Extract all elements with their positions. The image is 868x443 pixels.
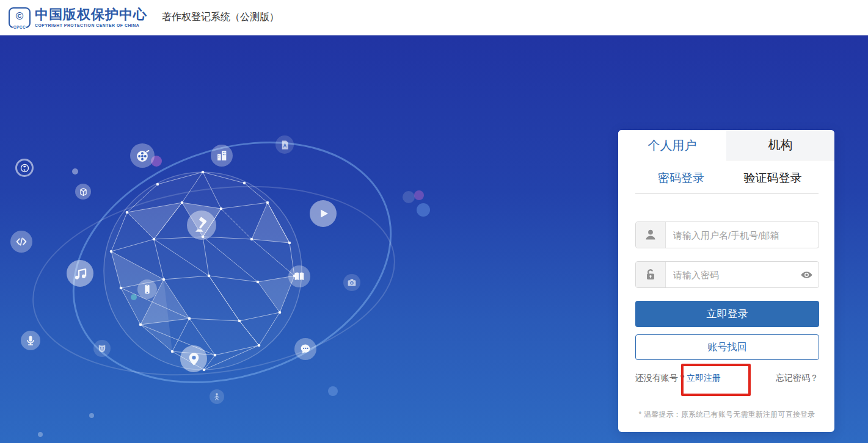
microphone-icon	[21, 331, 40, 350]
mode-password-login[interactable]: 密码登录	[635, 170, 727, 186]
password-input[interactable]	[666, 262, 794, 287]
no-account-text: 还没有账号？	[635, 373, 687, 384]
music-icon	[67, 260, 93, 287]
tab-individual-user[interactable]: 个人用户	[618, 130, 726, 160]
copyright-registration-login-page: © CPCC 中国版权保护中心 COPYRIGHT PROTECTION CEN…	[0, 0, 868, 443]
cube-icon	[75, 184, 91, 200]
system-title: 著作权登记系统（公测版）	[162, 11, 279, 24]
camera-icon	[343, 274, 360, 291]
username-field	[635, 222, 819, 248]
brand-text: 中国版权保护中心 COPYRIGHT PROTECTION CENTER OF …	[35, 7, 147, 27]
user-icon	[636, 222, 666, 248]
mode-captcha-login[interactable]: 验证码登录	[727, 170, 819, 186]
chat-icon	[294, 338, 316, 360]
person-icon	[210, 389, 224, 404]
document-icon	[275, 135, 294, 154]
app-header: © CPCC 中国版权保护中心 COPYRIGHT PROTECTION CEN…	[0, 0, 868, 35]
hint-text: * 温馨提示：原系统已有账号无需重新注册可直接登录	[630, 409, 823, 420]
cpcc-logo: © CPCC 中国版权保护中心 COPYRIGHT PROTECTION CEN…	[9, 7, 147, 28]
building-icon	[211, 145, 233, 167]
cpcc-acronym: CPCC	[13, 25, 26, 29]
register-highlight-annotation	[681, 364, 751, 396]
gavel-icon	[187, 211, 216, 240]
account-recovery-button[interactable]: 账号找回	[635, 334, 819, 360]
lock-icon	[636, 262, 666, 287]
password-field	[635, 261, 819, 288]
film-reel-icon	[130, 143, 155, 168]
location-pin-icon	[180, 345, 207, 372]
copyright-symbol: ©	[16, 11, 24, 21]
user-type-tabs: 个人用户 机构	[618, 130, 834, 160]
login-button[interactable]: 立即登录	[635, 301, 819, 327]
book-icon	[288, 265, 310, 287]
mode-divider	[635, 193, 819, 194]
login-mode-tabs: 密码登录 验证码登录	[635, 170, 819, 186]
play-icon	[310, 200, 337, 227]
forgot-password-link[interactable]: 忘记密码？	[776, 373, 819, 384]
code-icon	[10, 231, 32, 253]
show-password-toggle[interactable]	[794, 262, 819, 287]
copyright-badge-icon: © CPCC	[9, 7, 31, 28]
tab-organization[interactable]: 机构	[726, 130, 834, 160]
brand-name-en: COPYRIGHT PROTECTION CENTER OF CHINA	[35, 23, 147, 27]
username-input[interactable]	[666, 222, 819, 248]
mask-icon	[93, 340, 111, 357]
brand-name-zh: 中国版权保护中心	[35, 7, 147, 21]
globe-icon	[15, 159, 34, 177]
smartphone-icon	[137, 279, 157, 299]
